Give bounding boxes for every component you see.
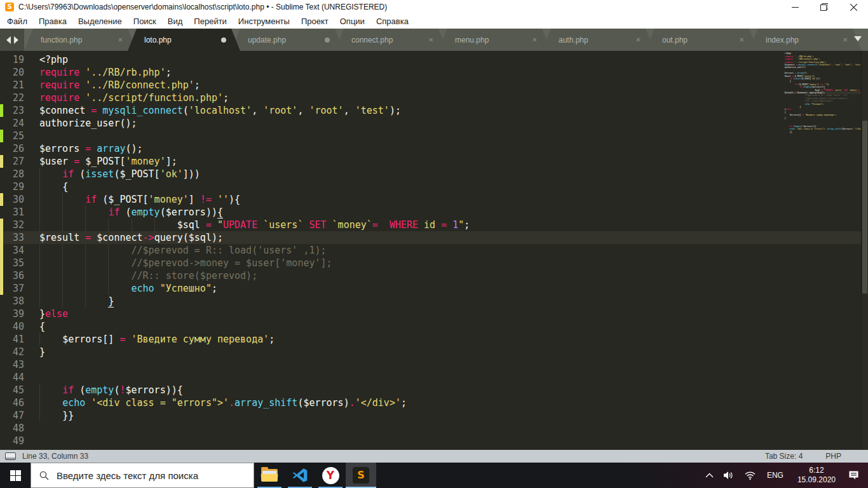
code-line-28[interactable]: 28 if (isset($_POST['ok'])) [0,168,868,180]
code-line-20[interactable]: 20require '../RB/rb.php'; [0,66,868,79]
menu-item-2[interactable]: Правка [33,14,72,29]
tab-menu.php[interactable]: menu.php× [438,29,551,51]
line-number: 38 [0,295,34,308]
taskbar-app-yandex-browser[interactable]: Y [315,463,346,488]
scrollbar-track[interactable] [861,51,868,450]
code-line-46[interactable]: 46 echo '<div class = "errors">'.array_s… [0,396,868,409]
code-line-41[interactable]: 41 $errors[] = 'Введите сумму перевода'; [0,333,868,346]
code-line-33[interactable]: 33$result = $connect->query($sql); [0,231,868,244]
tab-update.php[interactable]: update.php [231,29,344,51]
diff-marker-none [0,308,3,320]
tab-close-icon[interactable]: × [428,36,433,44]
menu-item-4[interactable]: Поиск [128,14,162,29]
diff-marker [0,269,3,282]
code-text: //R:: store($perevod); [34,269,868,282]
menu-item-1[interactable]: Файл [1,14,33,29]
tab-out.php[interactable]: out.php× [646,29,758,51]
code-line-37[interactable]: 37 echo "Успешно"; [0,282,868,295]
code-line-29[interactable]: 29 { [0,180,868,193]
code-line-47[interactable]: 47 }} [0,409,868,422]
windows-logo-icon [10,470,21,481]
line-number: 44 [0,371,34,384]
tab-overflow-icon[interactable] [854,36,862,41]
editor[interactable]: 19<?php20require '../RB/rb.php';21requir… [0,51,868,450]
code-line-30[interactable]: 30 if ($_POST['money'] != ''){ [0,193,868,206]
code-line-49: 49 [783,136,861,139]
line-number: 29 [0,180,34,193]
menu-item-3[interactable]: Выделение [72,14,128,29]
tab-loto.php[interactable]: loto.php [128,29,240,51]
tab-label: auth.php [559,36,635,44]
close-button[interactable] [839,0,868,14]
code-line-39[interactable]: 39}else [0,308,868,320]
code-line-42[interactable]: 42} [0,346,868,358]
code-text: require '../RB/rb.php'; [34,66,868,79]
code-line-27[interactable]: 27$user = $_POST['money']; [0,155,868,168]
tray-expand-button[interactable] [700,463,719,488]
volume-button[interactable] [719,463,740,488]
code-line-26[interactable]: 26$errors = array(); [0,142,868,155]
code-line-34[interactable]: 34 //$perevod = R:: load('users' ,1); [0,244,868,257]
code-line-31[interactable]: 31 if (empty($errors)){ [0,206,868,219]
syntax-indicator[interactable]: PHP [825,452,868,461]
menu-item-10[interactable]: Справка [370,14,414,29]
start-button[interactable] [0,463,31,488]
code-line-43[interactable]: 43 [0,358,868,371]
code-line-45[interactable]: 45 if (empty(!$errors)){ [0,384,868,396]
code-line-38[interactable]: 38 } [0,295,868,308]
menu-item-5[interactable]: Вид [162,14,189,29]
tab-size-indicator[interactable]: Tab Size: 4 [765,452,825,461]
tab-connect.php[interactable]: connect.php× [335,29,447,51]
tab-close-icon[interactable]: × [532,36,537,44]
tab-scroll-left-icon[interactable] [6,36,11,44]
code-line-24[interactable]: 24authorize_user(); [0,117,868,130]
menu-item-6[interactable]: Перейти [188,14,233,29]
code-text: //$perevod = R:: load('users' ,1); [34,244,868,257]
scrollbar-thumb[interactable] [862,121,867,294]
tab-close-icon[interactable]: × [843,36,848,44]
taskbar-app-sublime-text[interactable]: S [346,463,376,488]
minimize-button[interactable] [780,0,810,14]
code-line-25[interactable]: 25 [0,130,868,142]
code-area[interactable]: 19<?php20require '../RB/rb.php';21requir… [0,51,868,450]
tab-function.php[interactable]: function.php× [24,29,137,51]
menu-item-8[interactable]: Проект [295,14,334,29]
minimap[interactable]: 19<?php20require '../RB/rb.php';21requir… [783,52,861,211]
tab-close-icon[interactable]: × [739,36,744,44]
language-indicator[interactable]: ENG [761,471,790,480]
code-line-44[interactable]: 44 [0,371,868,384]
restore-button[interactable] [810,0,839,14]
code-line-21[interactable]: 21require '../RB/connect.php'; [0,79,868,92]
action-center-button[interactable] [843,463,864,488]
tab-close-icon[interactable]: × [635,36,641,44]
title-bar: S C:\Users\79963\Downloads\openserver\do… [0,0,868,14]
code-line-32[interactable]: 32 $sql = "UPDATE `users` SET `money`= W… [0,219,868,231]
tab-close-icon[interactable]: × [118,36,123,44]
wifi-icon [745,471,756,480]
code-line-22[interactable]: 22require '../script/function.php'; [0,92,868,104]
tab-scroll-right-icon[interactable] [14,36,18,44]
menu-item-9[interactable]: Опции [334,14,370,29]
vintage-toggle-icon[interactable] [5,452,16,460]
line-number: 27 [0,155,34,168]
code-text: authorize_user(); [34,117,868,130]
tab-index.php[interactable]: index.php× [749,29,862,51]
tab-auth.php[interactable]: auth.php× [542,29,654,51]
code-line-48[interactable]: 48 [0,422,868,435]
network-button[interactable] [740,463,761,488]
line-number: 20 [0,66,34,79]
code-line-23[interactable]: 23$connect = mysqli_connect('localhost',… [0,104,868,117]
code-line-19[interactable]: 19<?php [0,53,868,66]
code-line-49[interactable]: 49 [0,435,868,447]
taskbar-app-file-explorer[interactable] [254,463,285,488]
menu-item-7[interactable]: Инструменты [233,14,295,29]
taskbar-search[interactable]: Введите здесь текст для поиска [31,463,254,488]
code-line-36[interactable]: 36 //R:: store($perevod); [0,269,868,282]
tab-nav-arrows[interactable] [0,29,24,51]
taskbar-app-vscode[interactable] [285,463,315,488]
code-line-40[interactable]: 40{ [0,320,868,333]
clock[interactable]: 6:12 15.09.2020 [790,466,843,485]
code-text: if (empty($errors)){ [34,206,868,219]
code-line-35[interactable]: 35 //$perevod->money = $user['money']; [0,257,868,269]
code-text: { [34,180,868,193]
